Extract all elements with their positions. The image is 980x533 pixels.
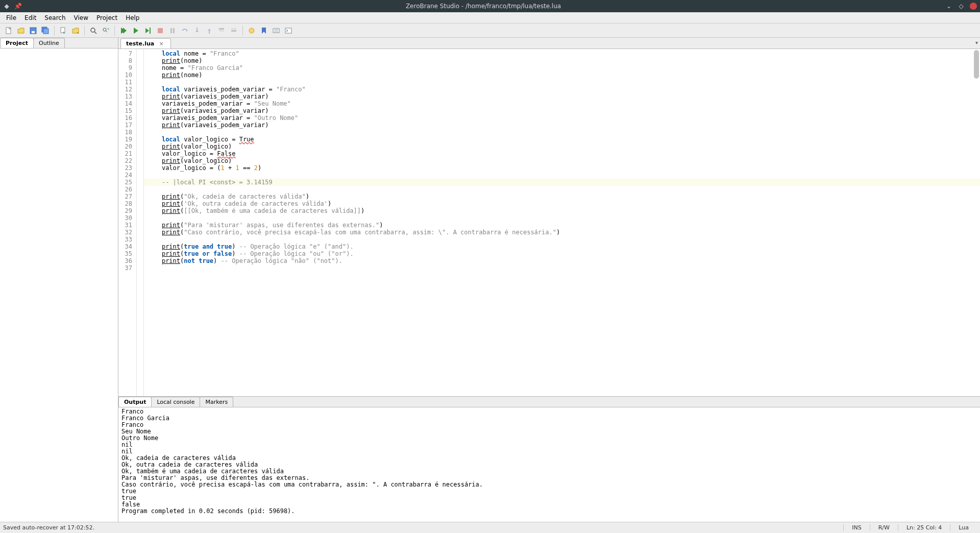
bookmark-icon[interactable]: [258, 25, 270, 36]
breakpoint-toggle-icon[interactable]: [246, 25, 257, 36]
menubar: File Edit Search View Project Help: [0, 12, 980, 23]
break-icon[interactable]: [167, 25, 178, 36]
stack-down-icon[interactable]: [228, 25, 239, 36]
minimize-icon[interactable]: ⌄: [945, 3, 952, 10]
menu-edit[interactable]: Edit: [20, 13, 40, 22]
bottom-tabs: Output Local console Markers: [118, 397, 980, 407]
bottom-panel: Output Local console Markers Franco Fran…: [118, 396, 980, 522]
svg-rect-11: [173, 28, 175, 33]
sidebar-body[interactable]: [0, 49, 118, 522]
svg-rect-2: [32, 31, 35, 33]
code-editor[interactable]: 7891011121314151617181920212223242526272…: [118, 49, 980, 396]
find-icon[interactable]: [88, 25, 99, 36]
svg-rect-10: [170, 28, 172, 33]
close-tab-icon[interactable]: ×: [159, 41, 163, 46]
toolbar: [0, 23, 980, 38]
watch-icon[interactable]: [271, 25, 282, 36]
svg-rect-12: [219, 28, 224, 30]
menu-search[interactable]: Search: [40, 13, 69, 22]
editor-tab-teste[interactable]: teste.lua ×: [120, 38, 171, 49]
svg-rect-14: [231, 28, 236, 30]
svg-rect-4: [43, 29, 48, 34]
file-save-icon[interactable]: [28, 25, 39, 36]
tab-dropdown-icon[interactable]: ▾: [975, 40, 978, 45]
status-lang: Lua: [950, 524, 977, 531]
fold-column[interactable]: [137, 49, 144, 396]
menu-view[interactable]: View: [70, 13, 92, 22]
sidebar-tabs: Project Outline: [0, 38, 118, 49]
svg-rect-15: [231, 30, 236, 32]
stop-icon[interactable]: [155, 25, 166, 36]
stack-up-icon[interactable]: [216, 25, 227, 36]
bottom-tab-console[interactable]: Local console: [151, 397, 200, 407]
editor-tab-label: teste.lua: [126, 40, 154, 47]
status-pos: Ln: 25 Col: 4: [898, 524, 950, 531]
line-number-gutter: 7891011121314151617181920212223242526272…: [118, 49, 137, 396]
svg-point-6: [91, 28, 95, 32]
app-menu-icon[interactable]: ◆: [3, 3, 10, 10]
bottom-tab-output[interactable]: Output: [118, 397, 152, 407]
svg-rect-9: [158, 28, 163, 33]
status-ins: INS: [843, 524, 869, 531]
svg-rect-18: [285, 28, 291, 33]
svg-rect-13: [219, 30, 224, 32]
main-area: Project Outline teste.lua × ▾ 7891011121…: [0, 38, 980, 522]
svg-rect-8: [150, 28, 151, 34]
file-save-all-icon[interactable]: [40, 25, 51, 36]
project-open-icon[interactable]: [70, 25, 81, 36]
svg-rect-5: [61, 28, 65, 33]
code-lines[interactable]: local nome = "Franco" print(nome) nome =…: [144, 49, 980, 396]
output-console[interactable]: Franco Franco Garcia Franco Seu Nome Out…: [118, 407, 980, 522]
maximize-icon[interactable]: ◇: [958, 3, 965, 10]
project-from-file-icon[interactable]: [58, 25, 69, 36]
close-icon[interactable]: [970, 3, 977, 10]
statusbar: Saved auto-recover at 17:02:52. INS R/W …: [0, 522, 980, 533]
svg-point-16: [249, 28, 254, 33]
step-into-icon[interactable]: [191, 25, 203, 36]
menu-project[interactable]: Project: [92, 13, 121, 22]
console-icon[interactable]: [283, 25, 294, 36]
status-message: Saved auto-recover at 17:02:52.: [3, 524, 843, 531]
step-out-icon[interactable]: [204, 25, 215, 36]
bottom-tab-markers[interactable]: Markers: [200, 397, 233, 407]
window-titlebar: ◆ 📌 ZeroBrane Studio - /home/franco/tmp/…: [0, 0, 980, 12]
sidebar-tab-project[interactable]: Project: [0, 38, 34, 48]
menu-help[interactable]: Help: [121, 13, 143, 22]
run-to-cursor-icon[interactable]: [142, 25, 154, 36]
sidebar-tab-outline[interactable]: Outline: [33, 38, 65, 48]
window-title: ZeroBrane Studio - /home/franco/tmp/lua/…: [21, 3, 945, 10]
editor-tabs: teste.lua × ▾: [118, 38, 980, 49]
file-new-icon[interactable]: [3, 25, 14, 36]
run-icon[interactable]: [118, 25, 129, 36]
file-open-icon[interactable]: [15, 25, 27, 36]
replace-icon[interactable]: [100, 25, 111, 36]
debug-icon[interactable]: [130, 25, 141, 36]
pin-icon[interactable]: 📌: [14, 3, 21, 10]
status-rw: R/W: [870, 524, 898, 531]
editor-area: teste.lua × ▾ 78910111213141516171819202…: [118, 38, 980, 522]
menu-file[interactable]: File: [2, 13, 20, 22]
sidebar: Project Outline: [0, 38, 118, 522]
step-over-icon[interactable]: [179, 25, 190, 36]
editor-scrollbar[interactable]: [974, 50, 979, 79]
